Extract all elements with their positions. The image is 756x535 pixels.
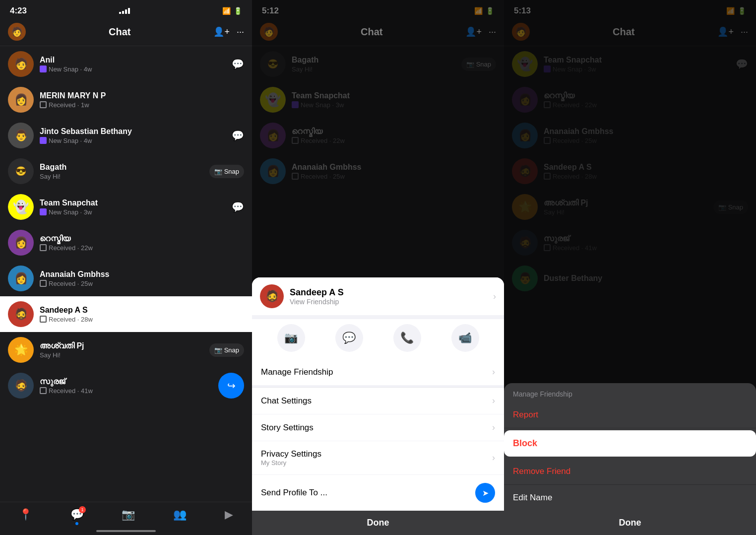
chat-header-1: 🧑 Chat 👤+ ··· xyxy=(0,19,252,46)
block-item[interactable]: Block xyxy=(504,430,756,457)
chat-name-ashwathi: അശ്വതി Pj xyxy=(40,341,203,350)
nav-location[interactable]: 📍 xyxy=(19,508,32,521)
avatar-ashwathi: 🌟 xyxy=(8,337,34,363)
status-indicator-ananaiah xyxy=(40,280,47,287)
home-indicator-1 xyxy=(96,530,156,532)
manage-friendship-chevron: › xyxy=(492,367,495,377)
action-phone-btn[interactable]: 📞 xyxy=(393,324,421,352)
chat-settings-chevron: › xyxy=(492,396,495,406)
chat-item-team-snapchat[interactable]: 👻 Team Snapchat New Snap · 3w 💬 xyxy=(0,189,252,225)
avatar-merin: 👩 xyxy=(8,87,34,113)
contact-chevron: › xyxy=(493,291,496,302)
chat-info-ashwathi: അശ്വതി Pj Say Hi! xyxy=(40,341,203,359)
status-indicator-jinto xyxy=(40,137,47,144)
add-friend-icon[interactable]: 👤+ xyxy=(213,26,230,37)
contact-name-sandeep: Sandeep A S xyxy=(290,287,344,298)
contact-details-sandeep: Sandeep A S View Friendship xyxy=(290,287,344,306)
chat-info-jinto: Jinto Sebastian Bethany New Snap · 4w xyxy=(40,127,226,144)
chat-item-suraj[interactable]: 🧔 സുരജ് Received · 41w ↪ xyxy=(0,368,252,403)
send-profile-btn[interactable]: ➤ xyxy=(475,483,495,503)
chat-status-jinto: New Snap · 4w xyxy=(40,137,226,144)
chat-info-anil: Anil New Snap · 4w xyxy=(40,56,226,73)
chat-name-anil: Anil xyxy=(40,56,226,65)
manage-friendship-label: Manage Friendship xyxy=(261,367,333,377)
chat-item-ananaiah[interactable]: 👩 Ananaiah Gmbhss Received · 25w xyxy=(0,261,252,296)
remove-friend-item[interactable]: Remove Friend xyxy=(504,459,756,485)
status-indicator-suraj xyxy=(40,387,47,394)
chat-item-merin[interactable]: 👩 MERIN MARY N P Received · 1w xyxy=(0,82,252,118)
story-settings-item[interactable]: Story Settings › xyxy=(252,414,504,441)
send-profile-item[interactable]: Send Profile To ... ➤ xyxy=(252,475,504,511)
nav-camera[interactable]: 📷 xyxy=(122,508,135,521)
nav-active-dot xyxy=(75,522,78,525)
chat-name-bagath: Bagath xyxy=(40,163,203,172)
time-1: 4:23 xyxy=(10,6,27,16)
snap-badge-bagath[interactable]: 📷 Snap xyxy=(209,165,244,178)
action-video-btn[interactable]: 📹 xyxy=(451,324,479,352)
avatar-anil: 🧑 xyxy=(8,51,34,77)
action-chat-btn[interactable]: 💬 xyxy=(335,324,363,352)
chat-info-reshmi: റെസ്മിയ Received · 22w xyxy=(40,234,244,252)
chat-icon-snapchat: 💬 xyxy=(232,201,244,213)
header-icons-1: 👤+ ··· xyxy=(213,26,244,37)
edit-name-item[interactable]: Edit Name xyxy=(504,485,756,511)
privacy-settings-sub: My Story xyxy=(261,459,321,467)
done-label-3: Done xyxy=(619,518,641,528)
avatar-ananaiah: 👩 xyxy=(8,266,34,291)
chat-settings-item[interactable]: Chat Settings › xyxy=(252,388,504,414)
action-icons-row: 📷 💬 📞 📹 xyxy=(252,319,504,359)
submenu-title: Manage Friendship xyxy=(504,383,756,402)
chat-info-team-snapchat: Team Snapchat New Snap · 3w xyxy=(40,199,226,216)
status-bar-1: 4:23 📶 🔋 xyxy=(0,0,252,19)
stories-nav-icon: ▶ xyxy=(225,508,233,521)
contact-card-2[interactable]: 🧔 Sandeep A S View Friendship › xyxy=(252,277,504,315)
report-item[interactable]: Report xyxy=(504,402,756,428)
block-item-container: Block xyxy=(504,430,756,457)
send-profile-label: Send Profile To ... xyxy=(261,488,327,498)
chat-item-anil[interactable]: 🧑 Anil New Snap · 4w 💬 xyxy=(0,46,252,82)
story-settings-label: Story Settings xyxy=(261,423,314,433)
chat-item-reshmi[interactable]: 👩 റെസ്മിയ Received · 22w xyxy=(0,225,252,261)
chat-name-ananaiah: Ananaiah Gmbhss xyxy=(40,270,244,279)
chat-name-team-snapchat: Team Snapchat xyxy=(40,199,226,207)
status-indicator-sandeep xyxy=(40,316,47,323)
chat-status-suraj: Received · 41w xyxy=(40,387,212,395)
chat-item-ashwathi[interactable]: 🌟 അശ്വതി Pj Say Hi! 📷 Snap xyxy=(0,332,252,368)
chat-item-bagath[interactable]: 😎 Bagath Say Hi! 📷 Snap xyxy=(0,153,252,189)
avatar-team-snapchat: 👻 xyxy=(8,194,34,220)
manage-friendship-item[interactable]: Manage Friendship › xyxy=(252,359,504,385)
chat-info-merin: MERIN MARY N P Received · 1w xyxy=(40,91,244,109)
more-options-icon[interactable]: ··· xyxy=(237,27,244,37)
location-icon: 📍 xyxy=(19,508,32,521)
snap-camera-icon: 📷 xyxy=(214,168,222,175)
nav-stories[interactable]: ▶ xyxy=(225,508,233,521)
action-camera-btn[interactable]: 📷 xyxy=(277,324,305,352)
chat-list-1: 🧑 Anil New Snap · 4w 💬 👩 MERIN MARY N P … xyxy=(0,46,252,403)
story-settings-chevron: › xyxy=(492,422,495,433)
status-icons-1: 📶 🔋 xyxy=(222,7,242,15)
manage-friendship-sheet: Manage Friendship Report Block Remove Fr… xyxy=(504,383,756,535)
nav-friends[interactable]: 👥 xyxy=(173,508,187,521)
camera-nav-icon: 📷 xyxy=(122,508,135,521)
remove-friend-label: Remove Friend xyxy=(513,467,570,476)
status-indicator-reshmi xyxy=(40,244,47,251)
status-indicator-anil xyxy=(40,66,47,72)
chat-status-bagath: Say Hi! xyxy=(40,173,203,180)
chat-info-bagath: Bagath Say Hi! xyxy=(40,163,203,180)
bottom-sheet-2: 🧔 Sandeep A S View Friendship › 📷 💬 📞 📹 … xyxy=(252,277,504,535)
user-avatar-1[interactable]: 🧑 xyxy=(8,23,26,41)
done-bar-2[interactable]: Done xyxy=(252,511,504,535)
chat-status-ashwathi: Say Hi! xyxy=(40,351,203,359)
chat-settings-label: Chat Settings xyxy=(261,396,312,406)
privacy-settings-text-group: Privacy Settings My Story xyxy=(261,449,321,467)
edit-name-label: Edit Name xyxy=(513,493,552,502)
chat-item-jinto[interactable]: 👨 Jinto Sebastian Bethany New Snap · 4w … xyxy=(0,118,252,153)
chat-item-sandeep[interactable]: 🧔 Sandeep A S Received · 28w xyxy=(0,296,252,332)
chat-info-ananaiah: Ananaiah Gmbhss Received · 25w xyxy=(40,270,244,287)
chat-info-suraj: സുരജ് Received · 41w xyxy=(40,377,212,395)
privacy-settings-item[interactable]: Privacy Settings My Story › xyxy=(252,441,504,475)
snap-badge-ashwathi[interactable]: 📷 Snap xyxy=(209,343,244,357)
nav-chat[interactable]: 💬 1 xyxy=(70,508,84,521)
done-bar-3[interactable]: Done xyxy=(504,511,756,535)
forward-btn-suraj[interactable]: ↪ xyxy=(218,373,244,399)
